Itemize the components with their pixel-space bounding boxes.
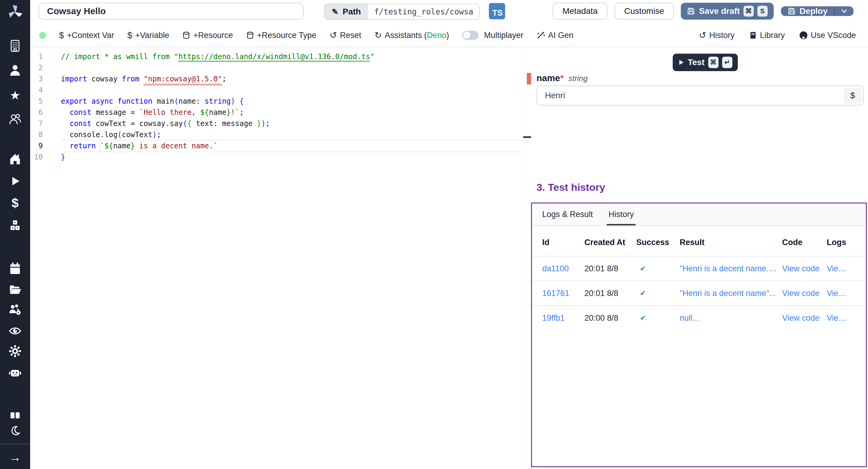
sidebar-item-favorites[interactable]: ★ <box>0 87 30 104</box>
book-icon <box>8 409 22 422</box>
dollar-icon: $ <box>127 31 132 40</box>
sidebar-item-resources[interactable] <box>0 217 30 234</box>
sidebar-item-audit-logs[interactable] <box>0 322 30 339</box>
save-draft-button[interactable]: Save draft ⌘ S <box>681 3 773 20</box>
add-variable-label: +Variable <box>135 31 169 40</box>
reset-label: Reset <box>340 31 361 40</box>
arrow-right-icon: → <box>9 451 21 463</box>
add-variable-button[interactable]: $ +Variable <box>127 31 169 40</box>
library-label: Library <box>760 31 785 40</box>
tab-history[interactable]: History <box>609 203 634 225</box>
argument-input-wrap: $ <box>536 86 864 105</box>
windmill-logo[interactable] <box>0 3 30 21</box>
cell-result[interactable]: "Henri is a decent name."... <box>680 264 782 273</box>
code-token: { <box>187 119 191 128</box>
ai-gen-button[interactable]: AI Gen <box>536 31 573 40</box>
script-title-input[interactable] <box>38 3 304 20</box>
sidebar-item-docs[interactable] <box>0 407 30 424</box>
line-number: 2 <box>30 62 61 73</box>
cell-code[interactable]: View code <box>782 289 827 298</box>
code-content[interactable]: // import * as wmill from "https://deno.… <box>61 51 523 163</box>
cell-logs[interactable]: View logs <box>827 313 856 323</box>
sidebar-item-groups[interactable] <box>0 111 30 127</box>
customise-button[interactable]: Customise <box>615 3 674 20</box>
code-line-7[interactable]: const cowText = cowsay.say({ text: messa… <box>61 118 523 129</box>
code-line-1[interactable]: // import * as wmill from "https://deno.… <box>61 51 523 62</box>
code-editor[interactable]: 12345678910 // import * as wmill from "h… <box>30 47 532 469</box>
code-line-3[interactable]: import cowsay from "npm:cowsay@1.5.0"; <box>61 73 523 85</box>
tab-logs-result[interactable]: Logs & Result <box>542 203 593 225</box>
code-token: async <box>91 97 113 105</box>
sidebar-item-workspace[interactable] <box>0 37 30 54</box>
play-icon <box>9 175 21 187</box>
database-icon <box>246 31 254 39</box>
code-token: import <box>61 75 87 83</box>
cell-code[interactable]: View code <box>782 313 827 323</box>
add-context-var-label: +Context Var <box>67 31 114 40</box>
sidebar-item-folders[interactable] <box>0 281 30 298</box>
sidebar-item-runs[interactable] <box>0 173 30 190</box>
cell-logs[interactable]: View logs <box>827 264 856 273</box>
table-row: 19ffb120:00 8/8✔null...View codeView log… <box>532 305 866 330</box>
reset-button[interactable]: ↺ Reset <box>330 31 361 40</box>
code-line-8[interactable]: console.log(cowText); <box>61 129 523 140</box>
cell-code[interactable]: View code <box>782 264 827 273</box>
deploy-dropdown-button[interactable] <box>834 6 854 16</box>
code-token: name: <box>179 97 205 105</box>
cell-id[interactable]: da1100 <box>542 264 584 273</box>
line-number: 5 <box>30 96 61 107</box>
run-panel: Test ⌘ ↵ name* string $ 3. Test history … <box>531 47 867 469</box>
code-token: } <box>226 108 230 117</box>
cell-result[interactable]: null... <box>680 313 782 323</box>
code-line-6[interactable]: const message = `Hello there, ${name}!`; <box>61 107 523 118</box>
sidebar-item-workers[interactable] <box>0 301 30 318</box>
add-resource-type-button[interactable]: +Resource Type <box>246 31 316 40</box>
cell-logs[interactable]: View logs <box>827 289 856 298</box>
cell-id[interactable]: 161761 <box>542 289 584 298</box>
deploy-button[interactable]: Deploy <box>781 6 834 16</box>
history-button[interactable]: ↺ History <box>699 31 735 40</box>
sidebar-item-schedules[interactable] <box>0 260 30 277</box>
cell-result[interactable]: "Henri is a decent name"... <box>680 289 782 298</box>
add-resource-button[interactable]: +Resource <box>182 31 233 40</box>
argument-input[interactable] <box>537 86 863 105</box>
code-token: text: message <box>192 119 257 128</box>
multiplayer-toggle[interactable] <box>462 31 478 40</box>
undo-icon: ↺ <box>330 31 337 40</box>
code-token: ; <box>266 119 270 128</box>
insert-variable-button[interactable]: $ <box>844 88 861 103</box>
star-icon: ★ <box>10 89 21 101</box>
library-button[interactable]: Library <box>749 31 785 40</box>
code-line-2[interactable] <box>61 62 523 73</box>
sidebar-item-variables[interactable]: $ <box>0 195 30 212</box>
dark-mode-toggle[interactable] <box>0 422 30 439</box>
code-token: { <box>239 97 244 105</box>
path-value[interactable]: f/testing_roles/cowsa <box>368 4 479 19</box>
code-line-5[interactable]: export async function main(name: string)… <box>61 96 523 107</box>
test-button[interactable]: Test ⌘ ↵ <box>673 54 738 71</box>
sidebar-expand-button[interactable]: → <box>0 449 30 466</box>
dollar-icon: $ <box>11 196 19 210</box>
assistants-button[interactable]: ↻ Assistants (Deno) <box>375 31 449 40</box>
use-vscode-button[interactable]: Use VScode <box>799 31 856 40</box>
sidebar-item-user[interactable] <box>0 62 30 79</box>
path-button[interactable]: ✎ Path <box>324 4 368 19</box>
sidebar-item-home[interactable] <box>0 150 30 167</box>
save-icon <box>787 7 796 15</box>
code-token: "npm:cowsay@1.5.0" <box>144 75 222 83</box>
test-label: Test <box>688 58 705 67</box>
sidebar-item-ai[interactable] <box>0 364 30 381</box>
path-label: Path <box>343 7 361 17</box>
code-line-10[interactable]: } <box>61 152 523 163</box>
argument-name: name <box>536 73 560 83</box>
sidebar-item-settings[interactable] <box>0 343 30 359</box>
use-vscode-label: Use VScode <box>811 31 856 40</box>
code-token: !` <box>231 108 240 117</box>
code-line-9[interactable]: return `${name} is a decent name.` <box>61 140 523 152</box>
metadata-button[interactable]: Metadata <box>553 3 607 20</box>
table-row: da110020:01 8/8✔"Henri is a decent name.… <box>532 256 866 281</box>
cell-id[interactable]: 19ffb1 <box>542 313 584 323</box>
code-line-4[interactable] <box>61 85 523 96</box>
add-context-var-button[interactable]: $ +Context Var <box>59 31 114 40</box>
editor-toolbar: $ +Context Var $ +Variable +Resource +Re… <box>30 24 868 47</box>
